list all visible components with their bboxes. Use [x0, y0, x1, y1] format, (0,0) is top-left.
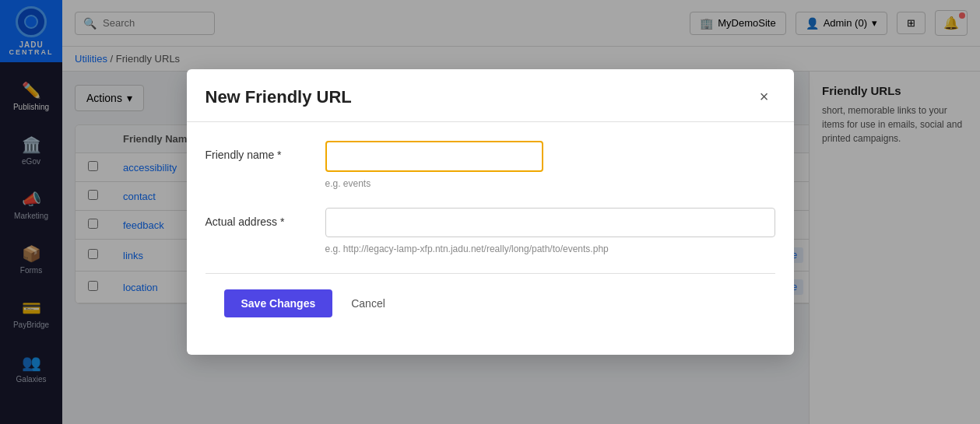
modal-header: New Friendly URL ×	[187, 69, 794, 122]
actual-address-group: Actual address * e.g. http://legacy-lamp…	[205, 208, 775, 254]
modal-divider	[205, 273, 775, 274]
save-changes-button[interactable]: Save Changes	[224, 289, 333, 317]
friendly-name-group: Friendly name * e.g. events	[205, 141, 775, 189]
actual-address-hint: e.g. http://legacy-lamp-xfp.ntn.jadu.net…	[205, 244, 775, 254]
modal-body: Friendly name * e.g. events Actual addre…	[187, 122, 794, 355]
friendly-name-input-wrapper	[325, 141, 775, 172]
actual-address-label: Actual address *	[205, 208, 307, 228]
modal-title: New Friendly URL	[205, 87, 352, 107]
actual-address-row: Actual address *	[205, 208, 775, 237]
friendly-name-input[interactable]	[325, 141, 543, 172]
modal-close-button[interactable]: ×	[753, 85, 775, 109]
modal-footer: Save Changes Cancel	[205, 289, 775, 336]
friendly-name-row: Friendly name *	[205, 141, 775, 172]
friendly-name-label: Friendly name *	[205, 141, 307, 161]
cancel-button[interactable]: Cancel	[342, 289, 395, 317]
modal-overlay[interactable]: New Friendly URL × Friendly name * e.g. …	[0, 0, 980, 424]
actual-address-input[interactable]	[325, 208, 775, 237]
new-friendly-url-modal: New Friendly URL × Friendly name * e.g. …	[187, 69, 794, 355]
actual-address-input-wrapper	[325, 208, 775, 237]
friendly-name-hint: e.g. events	[205, 178, 775, 189]
